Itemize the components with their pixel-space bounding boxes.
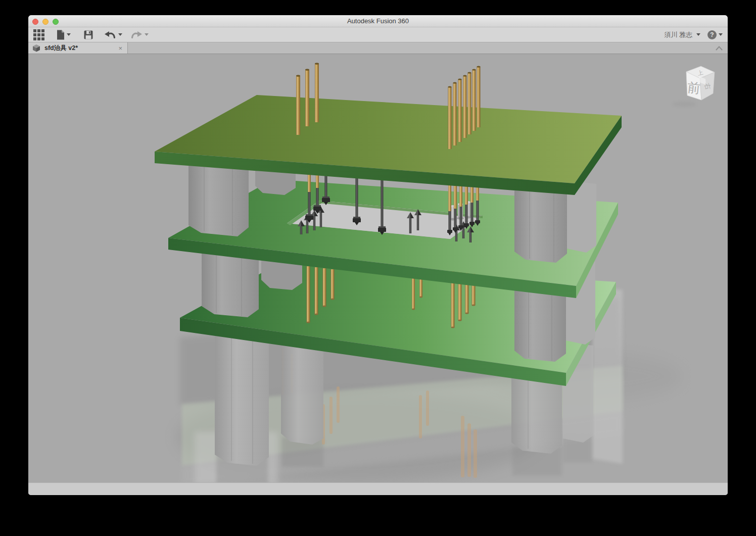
3d-viewport[interactable]: 上 前 右 [28,54,728,482]
viewport-canvas[interactable]: 上 前 右 [28,54,728,482]
tab-close-icon[interactable]: × [117,44,123,52]
help-dropdown-caret[interactable] [719,33,723,36]
viewcube-front-label: 前 [687,80,701,96]
save-button[interactable] [84,28,93,41]
undo-dropdown-caret[interactable] [118,33,122,36]
file-icon [57,30,65,40]
save-icon [84,30,93,39]
redo-icon [130,31,143,39]
undo-icon [104,31,116,39]
app-launcher-grid-button[interactable] [33,28,44,41]
timeline-strip[interactable] [28,482,728,495]
file-dropdown-caret[interactable] [67,33,71,36]
file-menu-button[interactable] [57,28,71,41]
window-title: Autodesk Fusion 360 [28,17,728,25]
document-tab-active[interactable]: sfd治具 v2* × [28,42,128,54]
user-account-menu[interactable]: 須川 雅志 [664,30,692,39]
user-dropdown-caret[interactable] [696,33,700,36]
help-icon[interactable]: ? [707,30,717,39]
redo-dropdown-caret[interactable] [145,33,149,36]
document-cube-icon [32,44,40,52]
grid-icon [33,29,44,40]
undo-button[interactable] [104,28,122,41]
document-tab-label: sfd治具 v2* [44,44,117,53]
titlebar[interactable]: Autodesk Fusion 360 [28,15,728,27]
collapse-toolbar-chevron-icon[interactable] [716,46,723,51]
quick-access-toolbar: 須川 雅志 ? [28,27,728,42]
document-tab-bar: sfd治具 v2* × [28,42,728,54]
redo-button[interactable] [130,28,149,41]
fusion-window: Autodesk Fusion 360 [28,15,728,495]
